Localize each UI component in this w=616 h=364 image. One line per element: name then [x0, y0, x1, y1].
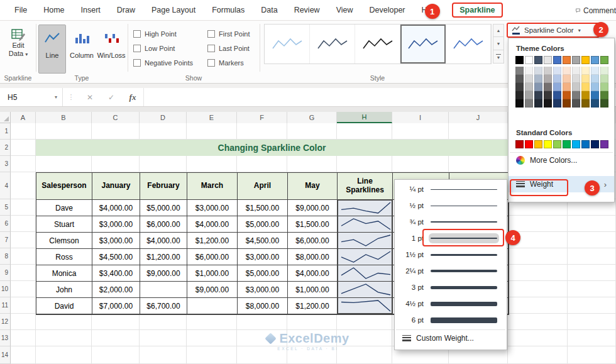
- theme-color-swatch[interactable]: [534, 56, 542, 64]
- row-header-6[interactable]: 6: [0, 216, 11, 232]
- gallery-down-icon[interactable]: ▼: [493, 37, 504, 50]
- theme-color-swatch[interactable]: [525, 99, 533, 108]
- theme-color-swatch[interactable]: [591, 99, 599, 108]
- checkbox-high-point[interactable]: High Point: [133, 30, 196, 38]
- row-header-12[interactable]: 12: [0, 314, 11, 330]
- name-box[interactable]: H5 ▾: [0, 88, 63, 106]
- tab-page-layout[interactable]: Page Layout: [143, 2, 204, 18]
- standard-color-swatch[interactable]: [525, 140, 533, 148]
- sparkline-cell[interactable]: [338, 282, 393, 298]
- row-header-10[interactable]: 10: [0, 281, 11, 297]
- row-header-11[interactable]: 11: [0, 297, 11, 314]
- theme-color-swatch[interactable]: [591, 75, 599, 83]
- theme-color-swatch[interactable]: [544, 91, 552, 99]
- theme-color-swatch[interactable]: [515, 99, 524, 108]
- row-header-7[interactable]: 7: [0, 232, 11, 248]
- theme-color-swatch[interactable]: [525, 83, 533, 91]
- theme-color-swatch[interactable]: [515, 75, 524, 83]
- column-header-g[interactable]: G: [287, 112, 337, 123]
- theme-color-swatch[interactable]: [544, 99, 552, 108]
- theme-color-swatch[interactable]: [534, 99, 542, 108]
- theme-color-swatch[interactable]: [600, 91, 608, 99]
- tab-home[interactable]: Home: [35, 2, 72, 18]
- name-box-dropdown-icon[interactable]: ▾: [55, 94, 57, 100]
- type-button-column[interactable]: Column: [68, 25, 96, 74]
- theme-color-swatch[interactable]: [563, 91, 571, 99]
- theme-color-swatch[interactable]: [534, 83, 542, 91]
- theme-color-swatch[interactable]: [581, 99, 590, 108]
- type-button-line[interactable]: Line: [38, 25, 66, 74]
- theme-color-swatch[interactable]: [553, 67, 561, 75]
- theme-color-swatch[interactable]: [581, 75, 590, 83]
- theme-color-swatch[interactable]: [572, 83, 580, 91]
- standard-color-swatch[interactable]: [515, 140, 524, 148]
- theme-color-swatch[interactable]: [563, 56, 571, 64]
- gallery-more-icon[interactable]: ▼: [493, 50, 504, 63]
- column-header-i[interactable]: I: [392, 112, 449, 123]
- theme-color-swatch[interactable]: [572, 56, 580, 64]
- theme-color-swatch[interactable]: [534, 67, 542, 75]
- theme-color-swatch[interactable]: [581, 83, 590, 91]
- sparkline-cell[interactable]: [338, 249, 393, 265]
- weight-option-1-pt[interactable]: 1 pt: [395, 230, 507, 246]
- column-header-b[interactable]: B: [36, 112, 92, 123]
- sparkline-style-option-2[interactable]: [310, 25, 355, 63]
- theme-color-swatch[interactable]: [553, 56, 561, 64]
- theme-color-swatch[interactable]: [581, 67, 590, 75]
- sparkline-color-button[interactable]: Sparkline Color ▾: [507, 23, 600, 38]
- sparkline-cell[interactable]: [338, 216, 393, 233]
- weight-option-¾-pt[interactable]: ¾ pt: [395, 214, 507, 230]
- tab-insert[interactable]: Insert: [73, 2, 109, 18]
- type-button-win-loss[interactable]: Win/Loss: [97, 25, 125, 74]
- checkbox-negative-points[interactable]: Negative Points: [133, 59, 196, 67]
- theme-color-swatch[interactable]: [553, 99, 561, 108]
- row-header-14[interactable]: 14: [0, 346, 11, 364]
- theme-color-swatch[interactable]: [544, 56, 552, 64]
- gallery-up-icon[interactable]: ▲: [493, 24, 504, 37]
- tab-sparkline[interactable]: Sparkline: [452, 3, 502, 18]
- tab-view[interactable]: View: [328, 2, 361, 18]
- theme-color-swatch[interactable]: [591, 83, 599, 91]
- theme-color-swatch[interactable]: [563, 99, 571, 108]
- theme-color-swatch[interactable]: [544, 83, 552, 91]
- weight-option-4½-pt[interactable]: 4½ pt: [395, 295, 507, 312]
- weight-option-6-pt[interactable]: 6 pt: [395, 312, 507, 328]
- row-header-13[interactable]: 13: [0, 330, 11, 346]
- theme-color-swatch[interactable]: [600, 56, 608, 64]
- tab-file[interactable]: File: [6, 2, 35, 18]
- tab-draw[interactable]: Draw: [109, 2, 143, 18]
- theme-color-swatch[interactable]: [544, 67, 552, 75]
- theme-color-swatch[interactable]: [525, 56, 533, 64]
- cancel-icon[interactable]: ✕: [79, 93, 101, 102]
- checkbox-last-point[interactable]: Last Point: [207, 45, 270, 52]
- row-header-1[interactable]: 1: [0, 123, 11, 140]
- column-header-d[interactable]: D: [140, 112, 187, 123]
- column-header-c[interactable]: C: [92, 112, 140, 123]
- theme-color-swatch[interactable]: [534, 91, 542, 99]
- sparkline-style-option-3[interactable]: [355, 25, 400, 63]
- theme-color-swatch[interactable]: [515, 67, 524, 75]
- theme-color-swatch[interactable]: [553, 91, 561, 99]
- select-all-corner[interactable]: [0, 112, 11, 123]
- standard-color-swatch[interactable]: [600, 140, 608, 148]
- theme-color-swatch[interactable]: [515, 56, 524, 64]
- sparkline-style-option-4[interactable]: [400, 25, 446, 63]
- standard-color-swatch[interactable]: [572, 140, 580, 148]
- theme-color-swatch[interactable]: [572, 91, 580, 99]
- column-header-j[interactable]: J: [449, 112, 508, 123]
- theme-color-swatch[interactable]: [544, 75, 552, 83]
- theme-color-swatch[interactable]: [563, 83, 571, 91]
- theme-color-swatch[interactable]: [591, 91, 599, 99]
- theme-color-swatch[interactable]: [525, 91, 533, 99]
- tab-developer[interactable]: Developer: [361, 2, 414, 18]
- theme-color-swatch[interactable]: [581, 91, 590, 99]
- row-header-3[interactable]: 3: [0, 156, 11, 172]
- checkbox-markers[interactable]: Markers: [207, 59, 270, 67]
- theme-color-swatch[interactable]: [572, 67, 580, 75]
- theme-color-swatch[interactable]: [553, 75, 561, 83]
- theme-color-swatch[interactable]: [515, 83, 524, 91]
- comments-button[interactable]: Comment: [576, 0, 616, 21]
- theme-color-swatch[interactable]: [600, 75, 608, 83]
- custom-weight-item[interactable]: Custom Weight...: [395, 330, 507, 346]
- theme-color-swatch[interactable]: [553, 83, 561, 91]
